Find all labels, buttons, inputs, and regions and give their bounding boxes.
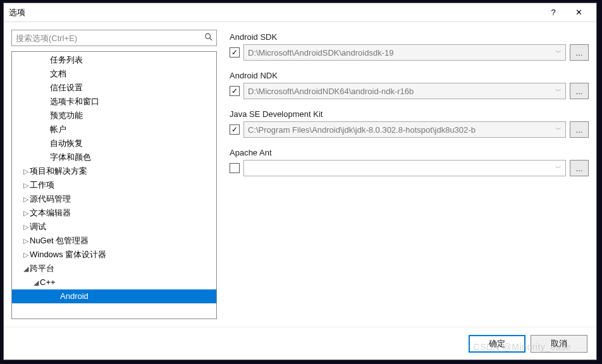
path-combobox[interactable]: ﹀ [243,160,566,176]
setting-field: Android NDKD:\Microsoft\AndroidNDK64\and… [230,71,589,99]
chevron-down-icon: ﹀ [553,87,562,95]
dialog-title: 选项 [9,7,541,18]
enable-checkbox[interactable] [230,163,240,173]
close-icon: ✕ [575,8,582,17]
tree-item[interactable]: 任务列表 [12,53,216,67]
browse-button[interactable]: ... [570,83,589,99]
tree-item[interactable]: 文档 [12,67,216,81]
browse-button[interactable]: ... [570,121,589,138]
chevron-down-icon[interactable]: ◢ [22,262,30,276]
chevron-right-icon[interactable]: ▷ [22,192,30,206]
setting-field: Apache Ant﹀... [230,148,589,176]
field-label: Android NDK [230,71,589,80]
tree-item[interactable]: 自动恢复 [12,136,216,150]
tree-item-label: NuGet 包管理器 [30,234,89,248]
tree-item-label: 调试 [30,220,46,234]
tree-item[interactable]: ◢跨平台 [12,262,216,276]
field-row: D:\Microsoft\AndroidSDK\androidsdk-19﹀..… [230,44,589,61]
tree-item-label: 字体和颜色 [50,150,91,164]
tree-item-label: 帐户 [50,123,66,136]
tree-item-label: 选项卡和窗口 [50,95,99,109]
tree-item-label: Windows 窗体设计器 [30,248,106,262]
tree-item-label: 预览功能 [50,109,83,123]
tree-item-label: 跨平台 [30,262,54,276]
tree-item[interactable]: ▷工作项 [12,178,216,192]
search-input[interactable] [11,30,217,46]
field-row: ﹀... [230,160,589,176]
field-row: C:\Program Files\Android\jdk\jdk-8.0.302… [230,121,589,138]
help-button[interactable]: ? [541,3,566,22]
browse-button[interactable]: ... [570,44,589,61]
cancel-button[interactable]: 取消 [531,335,587,353]
enable-checkbox[interactable] [230,124,240,135]
tree-item[interactable]: ▷Windows 窗体设计器 [12,248,216,262]
chevron-right-icon[interactable]: ▷ [22,206,30,220]
path-combobox[interactable]: C:\Program Files\Android\jdk\jdk-8.0.302… [243,121,566,138]
chevron-right-icon[interactable]: ▷ [22,248,30,262]
chevron-down-icon: ﹀ [553,125,562,134]
field-label: Java SE Development Kit [230,109,589,119]
path-combobox[interactable]: D:\Microsoft\AndroidNDK64\android-ndk-r1… [243,83,566,99]
options-dialog: 选项 ? ✕ 任务列表文档信任设置选项卡和窗口预览功能帐户自动恢复字体和颜色▷项… [3,3,597,360]
chevron-down-icon[interactable]: ◢ [32,276,40,289]
left-pane: 任务列表文档信任设置选项卡和窗口预览功能帐户自动恢复字体和颜色▷项目和解决方案▷… [11,30,217,319]
tree-item-label: 工作项 [30,178,54,192]
tree-item-label: C++ [40,276,56,289]
tree-item[interactable]: 选项卡和窗口 [12,95,216,109]
enable-checkbox[interactable] [230,86,240,96]
chevron-right-icon[interactable]: ▷ [22,220,30,234]
tree-item[interactable]: Android [12,289,216,303]
options-tree[interactable]: 任务列表文档信任设置选项卡和窗口预览功能帐户自动恢复字体和颜色▷项目和解决方案▷… [11,51,217,319]
tree-item[interactable]: ▷NuGet 包管理器 [12,234,216,248]
tree-item[interactable]: 信任设置 [12,81,216,95]
path-combobox[interactable]: D:\Microsoft\AndroidSDK\androidsdk-19﹀ [243,44,566,61]
chevron-down-icon: ﹀ [553,48,562,57]
dialog-body: 任务列表文档信任设置选项卡和窗口预览功能帐户自动恢复字体和颜色▷项目和解决方案▷… [4,22,596,327]
settings-pane: Android SDKD:\Microsoft\AndroidSDK\andro… [230,30,589,319]
path-value: D:\Microsoft\AndroidSDK\androidsdk-19 [248,48,553,58]
tree-item-label: 文本编辑器 [30,206,71,220]
tree-item-label: 任务列表 [50,53,83,67]
setting-field: Java SE Development KitC:\Program Files\… [230,109,589,138]
dialog-footer: 确定 取消 [4,327,596,360]
help-icon: ? [551,8,555,17]
tree-item-label: 信任设置 [50,81,83,95]
chevron-right-icon[interactable]: ▷ [22,234,30,248]
tree-item-label: Android [60,289,89,303]
tree-item[interactable]: ▷源代码管理 [12,192,216,206]
field-label: Apache Ant [230,148,589,157]
search-wrapper [11,30,217,46]
close-button[interactable]: ✕ [566,3,591,22]
titlebar: 选项 ? ✕ [4,3,596,22]
field-row: D:\Microsoft\AndroidNDK64\android-ndk-r1… [230,83,589,99]
tree-item[interactable]: 字体和颜色 [12,150,216,164]
browse-button[interactable]: ... [570,160,589,176]
tree-item[interactable]: ◢C++ [12,276,216,289]
tree-item-label: 文档 [50,67,66,81]
tree-item[interactable]: 预览功能 [12,109,216,123]
field-label: Android SDK [230,32,589,42]
tree-item-label: 自动恢复 [50,136,83,150]
chevron-right-icon[interactable]: ▷ [22,164,30,178]
enable-checkbox[interactable] [230,47,240,58]
tree-item-label: 源代码管理 [30,192,71,206]
tree-item-label: 项目和解决方案 [30,164,87,178]
tree-item[interactable]: 帐户 [12,123,216,136]
path-value: C:\Program Files\Android\jdk\jdk-8.0.302… [248,125,553,135]
tree-item[interactable]: ▷文本编辑器 [12,206,216,220]
chevron-down-icon: ﹀ [553,164,562,173]
chevron-right-icon[interactable]: ▷ [22,178,30,192]
path-value: D:\Microsoft\AndroidNDK64\android-ndk-r1… [248,87,553,96]
tree-item[interactable]: ▷调试 [12,220,216,234]
setting-field: Android SDKD:\Microsoft\AndroidSDK\andro… [230,32,589,61]
ok-button[interactable]: 确定 [469,335,525,353]
tree-item[interactable]: ▷项目和解决方案 [12,164,216,178]
